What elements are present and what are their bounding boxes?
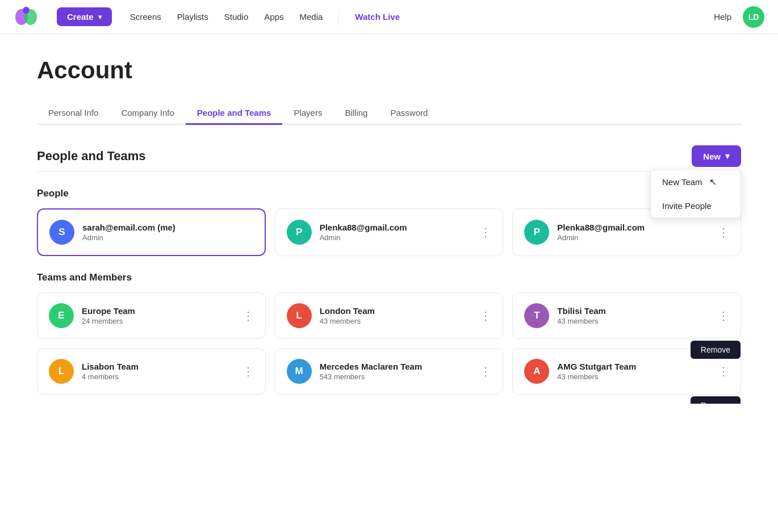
teams-grid-row2: L Lisabon Team 4 members ⋮ M Mercedes Ma… — [37, 348, 741, 395]
person-info-2: Plenka88@gmail.com Admin — [557, 223, 645, 242]
team-card-4: M Mercedes Maclaren Team 543 members ⋮ — [275, 348, 504, 395]
chevron-down-icon: ▾ — [98, 13, 102, 21]
nav-media[interactable]: Media — [300, 12, 323, 22]
help-link[interactable]: Help — [714, 12, 731, 22]
tab-password[interactable]: Password — [379, 102, 439, 125]
tab-players[interactable]: Players — [282, 102, 333, 125]
nav-links: Screens Playlists Studio Apps Media Watc… — [130, 9, 696, 25]
team-info-4: Mercedes Maclaren Team 543 members — [320, 362, 423, 381]
team-members-1: 43 members — [320, 317, 375, 325]
person-role-2: Admin — [557, 233, 645, 242]
team-members-0: 24 members — [82, 317, 135, 325]
card-left: P Plenka88@gmail.com Admin — [287, 220, 407, 245]
team-menu-3[interactable]: ⋮ — [242, 365, 254, 378]
person-name-1: Plenka88@gmail.com — [320, 223, 407, 232]
nav-playlists[interactable]: Playlists — [177, 12, 208, 22]
person-menu-2[interactable]: ⋮ — [718, 225, 729, 239]
team-card-2: T Tbilisi Team 43 members ⋮ Remove — [512, 292, 741, 339]
tab-personal-info[interactable]: Personal Info — [37, 102, 110, 125]
team-menu-4[interactable]: ⋮ — [480, 365, 491, 378]
team-card-1: L London Team 43 members ⋮ — [275, 292, 504, 339]
tab-bar: Personal Info Company Info People and Te… — [37, 102, 741, 125]
chevron-down-icon: ▾ — [725, 151, 730, 161]
team-avatar-0: E — [49, 303, 74, 328]
page-content: Account Personal Info Company Info Peopl… — [14, 34, 764, 395]
team-avatar-2: T — [524, 303, 549, 328]
card-left: A AMG Stutgart Team 43 members — [524, 359, 636, 384]
section-divider — [37, 171, 741, 172]
tab-company-info[interactable]: Company Info — [110, 102, 185, 125]
team-members-3: 4 members — [82, 372, 139, 381]
team-name-1: London Team — [320, 306, 375, 316]
team-info-1: London Team 43 members — [320, 306, 375, 325]
person-info-1: Plenka88@gmail.com Admin — [320, 223, 407, 242]
remove-tooltip-2[interactable]: Remove — [691, 341, 741, 359]
new-button-wrapper: New ▾ New Team ↖ Invite People — [692, 145, 741, 167]
nav-right: Help LD — [714, 6, 764, 28]
cursor-icon: ↖ — [709, 177, 717, 187]
new-dropdown-menu: New Team ↖ Invite People — [650, 169, 741, 218]
logo-icon[interactable] — [14, 5, 39, 30]
card-left: T Tbilisi Team 43 members — [524, 303, 606, 328]
card-left: L Lisabon Team 4 members — [49, 359, 139, 384]
card-left: S sarah@email.com (me) Admin — [49, 220, 175, 245]
person-role-0: Admin — [82, 233, 175, 242]
nav-screens[interactable]: Screens — [130, 12, 161, 22]
team-info-0: Europe Team 24 members — [82, 306, 135, 325]
card-left: M Mercedes Maclaren Team 543 members — [287, 359, 423, 384]
svg-point-2 — [23, 7, 30, 14]
nav-watch-live[interactable]: Watch Live — [355, 12, 400, 22]
person-avatar-0: S — [49, 220, 74, 245]
team-members-5: 43 members — [557, 372, 636, 381]
team-card-0: E Europe Team 24 members ⋮ — [37, 292, 266, 339]
nav-apps[interactable]: Apps — [264, 12, 283, 22]
team-avatar-5: A — [524, 359, 549, 384]
team-members-2: 43 members — [557, 317, 606, 325]
person-menu-1[interactable]: ⋮ — [480, 225, 491, 239]
nav-divider — [338, 9, 339, 25]
team-menu-0[interactable]: ⋮ — [242, 309, 254, 322]
team-avatar-4: M — [287, 359, 312, 384]
person-avatar-1: P — [287, 220, 312, 245]
person-role-1: Admin — [320, 233, 407, 242]
team-name-0: Europe Team — [82, 306, 135, 316]
section-header: People and Teams New ▾ New Team ↖ Invite… — [37, 145, 741, 167]
top-nav: Create ▾ Screens Playlists Studio Apps M… — [0, 0, 778, 34]
person-card-0: S sarah@email.com (me) Admin — [37, 208, 266, 256]
remove-tooltip-5[interactable]: Remove — [691, 396, 741, 404]
card-left: E Europe Team 24 members — [49, 303, 135, 328]
teams-grid-row1: E Europe Team 24 members ⋮ L London Team… — [37, 292, 741, 339]
person-card-1: P Plenka88@gmail.com Admin ⋮ — [275, 208, 504, 256]
teams-subtitle: Teams and Members — [37, 272, 741, 283]
user-avatar[interactable]: LD — [743, 6, 764, 28]
team-menu-2[interactable]: ⋮ — [718, 309, 729, 322]
new-team-option[interactable]: New Team ↖ — [651, 170, 741, 194]
page-title: Account — [37, 57, 741, 84]
create-button[interactable]: Create ▾ — [57, 7, 112, 26]
tab-billing[interactable]: Billing — [333, 102, 379, 125]
nav-studio[interactable]: Studio — [224, 12, 249, 22]
team-name-4: Mercedes Maclaren Team — [320, 362, 423, 371]
team-avatar-3: L — [49, 359, 74, 384]
team-info-3: Lisabon Team 4 members — [82, 362, 139, 381]
team-members-4: 543 members — [320, 372, 423, 381]
person-name-2: Plenka88@gmail.com — [557, 223, 645, 232]
team-name-2: Tbilisi Team — [557, 306, 606, 316]
team-menu-5[interactable]: ⋮ — [718, 365, 729, 378]
card-left: L London Team 43 members — [287, 303, 375, 328]
person-name-0: sarah@email.com (me) — [82, 223, 175, 232]
team-avatar-1: L — [287, 303, 312, 328]
person-info-0: sarah@email.com (me) Admin — [82, 223, 175, 242]
people-grid: S sarah@email.com (me) Admin P Plenka88@… — [37, 208, 741, 256]
team-card-3: L Lisabon Team 4 members ⋮ — [37, 348, 266, 395]
person-avatar-2: P — [524, 220, 549, 245]
invite-people-option[interactable]: Invite People — [651, 194, 741, 217]
new-button[interactable]: New ▾ — [692, 145, 741, 167]
tab-people-teams[interactable]: People and Teams — [186, 102, 283, 125]
team-info-2: Tbilisi Team 43 members — [557, 306, 606, 325]
card-left: P Plenka88@gmail.com Admin — [524, 220, 645, 245]
team-menu-1[interactable]: ⋮ — [480, 309, 491, 322]
people-teams-title: People and Teams — [37, 149, 146, 164]
team-name-5: AMG Stutgart Team — [557, 362, 636, 371]
people-subtitle: People — [37, 188, 741, 199]
